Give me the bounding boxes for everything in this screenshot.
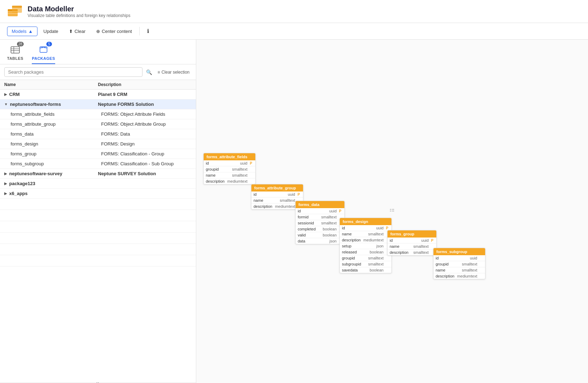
app-header: Data Modeller Visualize table definition… <box>0 0 588 23</box>
app-logo: Data Modeller Visualize table definition… <box>7 4 130 18</box>
sidebar: 28 TABLES 5 PACKAGES 🔍 <box>0 40 196 383</box>
clear-label: Clear <box>75 29 86 34</box>
toolbar-divider <box>139 27 140 35</box>
table-card-body-forms-group: id uuid P name smalltext description sma… <box>388 238 436 255</box>
table-row: data json <box>296 238 344 244</box>
list-icon: ≡ <box>158 70 160 75</box>
table-row: description mediumtext <box>340 237 391 243</box>
table-row: setup json <box>340 243 391 249</box>
tab-bar: 28 TABLES 5 PACKAGES <box>0 40 196 64</box>
table-row: groupid smalltext <box>340 255 391 261</box>
table-card-forms-subgroup[interactable]: forms_subgroup id uuid groupid smalltext… <box>433 248 485 279</box>
table-row: name smalltext <box>340 231 391 237</box>
table-card-header-forms-design: forms_design <box>340 218 391 225</box>
package-forms-row[interactable]: ▼ neptunesoftware-forms Neptune FORMS So… <box>0 99 196 109</box>
table-card-body-forms-attribute-fields: id uuid P groupid smalltext name smallte… <box>204 160 255 184</box>
tables-count: 28 <box>17 42 24 46</box>
toolbar: Models ▲ Update ⬆ Clear ⊕ Center content… <box>0 23 588 40</box>
clear-selection-button[interactable]: ≡ Clear selection <box>156 69 192 76</box>
table-row: valid boolean <box>296 232 344 238</box>
table-row: id uuid <box>433 255 485 261</box>
table-row: name smalltext <box>433 267 485 273</box>
package-forms-group-row[interactable]: forms_group FORMS: Classification - Grou… <box>0 149 196 159</box>
empty-row-6 <box>0 255 196 267</box>
table-card-forms-attribute-fields[interactable]: forms_attribute_fields id uuid P groupid… <box>203 153 256 184</box>
table-card-header-forms-attribute-group: forms_attribute_group <box>251 184 303 192</box>
table-row: description mediumtext <box>204 178 255 184</box>
svg-rect-3 <box>12 6 22 8</box>
empty-row-2 <box>0 210 196 221</box>
package-forms-data-row[interactable]: forms_data FORMS: Data <box>0 129 196 139</box>
packages-count: 5 <box>46 42 52 46</box>
table-card-forms-data[interactable]: forms_data id uuid P formid smalltext se… <box>295 201 345 244</box>
packages-label: PACKAGES <box>32 56 55 61</box>
empty-row-3 <box>0 221 196 233</box>
expand-icon-x6apps: ▶ <box>4 192 7 195</box>
update-label: Update <box>43 29 58 34</box>
expand-icon-survey: ▶ <box>4 172 7 176</box>
resize-dots-icon: ⠿ <box>96 382 100 383</box>
search-input[interactable] <box>4 67 142 77</box>
package-list: ▶ CRM Planet 9 CRM ▼ neptunesoftware-for… <box>0 90 196 383</box>
table-row: released boolean <box>340 249 391 255</box>
tables-icon-wrapper: 28 <box>10 44 20 55</box>
table-row: groupid smalltext <box>433 261 485 267</box>
package-x6apps-row[interactable]: ▶ x6_apps <box>0 189 196 199</box>
col-name-header: Name <box>4 82 98 87</box>
clear-button[interactable]: ⬆ Clear <box>64 27 90 36</box>
table-card-header-forms-attribute-fields: forms_attribute_fields <box>204 153 255 160</box>
models-button[interactable]: Models ▲ <box>7 27 37 36</box>
package-123-row[interactable]: ▶ package123 <box>0 179 196 189</box>
app-title-block: Data Modeller Visualize table definition… <box>28 5 130 18</box>
table-card-forms-design[interactable]: forms_design id uuid P name smalltext de… <box>339 218 392 273</box>
table-row: id uuid P <box>388 238 436 244</box>
search-icon[interactable]: 🔍 <box>145 69 153 76</box>
table-card-forms-group[interactable]: forms_group id uuid P name smalltext des… <box>387 230 437 256</box>
packages-icon-wrapper: 5 <box>39 44 48 55</box>
table-row: groupid smalltext <box>204 166 255 172</box>
expand-icon-pkg123: ▶ <box>4 182 7 185</box>
table-row: name smalltext <box>204 172 255 178</box>
table-row: formid smalltext <box>296 214 344 220</box>
list-header: Name Description <box>0 80 196 90</box>
center-icon: ⊕ <box>96 29 100 34</box>
tab-tables[interactable]: 28 TABLES <box>7 44 23 64</box>
info-icon: ℹ <box>147 28 149 34</box>
table-card-header-forms-subgroup: forms_subgroup <box>433 248 485 255</box>
table-row: id uuid P <box>251 192 303 198</box>
main-layout: 28 TABLES 5 PACKAGES 🔍 <box>0 40 588 383</box>
package-forms-attr-group-row[interactable]: forms_attribute_group FORMS: Object Attr… <box>0 119 196 129</box>
package-forms-attr-fields-row[interactable]: forms_attribute_fields FORMS: Object Att… <box>0 109 196 119</box>
expand-icon-forms: ▼ <box>4 102 8 106</box>
package-survey-row[interactable]: ▶ neptunesoftware-survey Neptune SURVEY … <box>0 169 196 179</box>
table-row: sessionid smalltext <box>296 220 344 226</box>
package-forms-design-row[interactable]: forms_design FORMS: Design <box>0 139 196 149</box>
search-bar: 🔍 ≡ Clear selection <box>0 64 196 80</box>
table-row: description mediumtext <box>433 273 485 279</box>
update-button[interactable]: Update <box>39 27 63 36</box>
table-row: id uuid P <box>340 225 391 231</box>
table-card-header-forms-data: forms_data <box>296 201 344 208</box>
empty-row-4 <box>0 233 196 244</box>
table-row: name smalltext <box>388 244 436 250</box>
chevron-up-icon: ▲ <box>28 29 33 34</box>
table-card-body-forms-data: id uuid P formid smalltext sessionid sma… <box>296 208 344 244</box>
info-button[interactable]: ℹ <box>142 26 154 36</box>
upload-icon: ⬆ <box>69 29 73 34</box>
center-content-label: Center content <box>102 29 132 34</box>
package-crm-row[interactable]: ▶ CRM Planet 9 CRM <box>0 90 196 99</box>
tab-packages[interactable]: 5 PACKAGES <box>32 44 55 64</box>
center-content-button[interactable]: ⊕ Center content <box>92 27 136 36</box>
table-row: description smalltext <box>388 250 436 255</box>
package-forms-subgroup-row[interactable]: forms_subgroup FORMS: Classification - S… <box>0 159 196 169</box>
package-crm-name: ▶ CRM <box>4 92 98 97</box>
table-row: savedata boolean <box>340 267 391 273</box>
logo-icon <box>7 4 24 18</box>
table-row: id uuid P <box>296 208 344 214</box>
table-row: completed boolean <box>296 226 344 232</box>
table-card-body-forms-subgroup: id uuid groupid smalltext name smalltext… <box>433 255 485 279</box>
empty-row-1 <box>0 199 196 210</box>
table-card-body-forms-design: id uuid P name smalltext description med… <box>340 225 391 273</box>
app-title: Data Modeller <box>28 5 130 13</box>
svg-rect-6 <box>11 47 19 53</box>
